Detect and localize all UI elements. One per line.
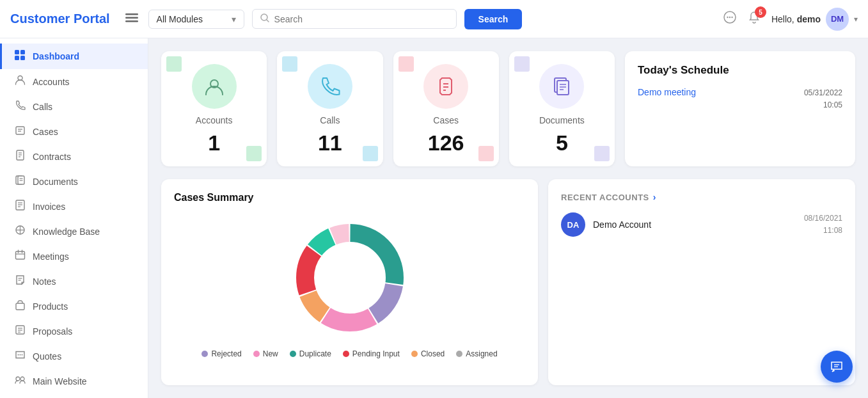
corner-decoration — [514, 56, 530, 72]
svg-rect-12 — [20, 56, 25, 60]
sidebar-item-dashboard[interactable]: Dashboard — [0, 44, 148, 69]
module-select-chevron-icon: ▾ — [232, 14, 236, 24]
documents-stat-icon — [539, 64, 584, 109]
stat-card-cases[interactable]: Cases 126 — [393, 51, 499, 166]
stat-card-calls[interactable]: Calls 11 — [277, 51, 383, 166]
cases-stat-icon — [423, 64, 468, 109]
sidebar-item-cases[interactable]: Cases — [0, 119, 148, 144]
accounts-icon — [13, 75, 26, 88]
account-name: Demo Account — [593, 219, 796, 230]
search-button[interactable]: Search — [464, 9, 523, 29]
chat-icon[interactable] — [723, 10, 737, 28]
legend-dot — [201, 351, 208, 357]
stat-value: 5 — [556, 132, 568, 154]
account-row[interactable]: DA Demo Account 08/16/202111:08 — [561, 212, 842, 237]
stats-cards: Accounts 1 Calls 11 Cases 126 Documents … — [161, 51, 615, 166]
search-icon — [260, 13, 269, 24]
svg-line-4 — [267, 20, 269, 22]
corner-decoration — [166, 56, 182, 72]
stat-card-accounts[interactable]: Accounts 1 — [161, 51, 267, 166]
legend-item-closed: Closed — [411, 349, 445, 358]
stat-label: Accounts — [196, 115, 233, 125]
contracts-icon — [13, 150, 26, 163]
main-content: Accounts 1 Calls 11 Cases 126 Documents … — [148, 38, 868, 398]
svg-rect-14 — [16, 127, 24, 134]
svg-rect-11 — [15, 56, 19, 60]
schedule-card: Today's Schedule Demo meeting 05/31/2022… — [625, 51, 855, 166]
sidebar-item-proposals[interactable]: Proposals — [0, 319, 148, 344]
stat-card-documents[interactable]: Documents 5 — [509, 51, 615, 166]
sidebar-item-label: Notes — [33, 276, 56, 287]
user-greeting: Hello, demo — [771, 14, 821, 24]
sidebar-item-label: Contracts — [33, 152, 71, 162]
calls-icon — [13, 100, 26, 113]
sidebar-item-label: Cases — [33, 127, 58, 137]
legend-label: Closed — [421, 349, 445, 358]
legend-item-rejected: Rejected — [201, 349, 241, 358]
legend-item-assigned: Assigned — [456, 349, 497, 358]
recent-accounts-arrow[interactable]: › — [653, 192, 656, 202]
stat-value: 11 — [318, 132, 342, 154]
legend-dot — [290, 351, 296, 357]
sidebar-item-main-website[interactable]: Main Website — [0, 369, 148, 394]
svg-rect-1 — [125, 17, 138, 19]
svg-rect-9 — [15, 50, 19, 54]
sidebar-toggle-button[interactable] — [123, 10, 141, 28]
bottom-row: Cases Summary RejectedNewDuplicatePendin… — [161, 179, 855, 385]
stat-label: Documents — [539, 115, 585, 125]
svg-rect-32 — [15, 251, 24, 259]
legend-label: Duplicate — [299, 349, 331, 358]
calls-stat-icon — [308, 64, 352, 109]
sidebar-item-knowledge-base[interactable]: Knowledge Base — [0, 219, 148, 244]
corner-decoration — [363, 146, 378, 161]
stat-value: 126 — [428, 132, 464, 154]
sidebar-item-invoices[interactable]: Invoices — [0, 194, 148, 219]
schedule-item-name[interactable]: Demo meeting — [638, 87, 696, 97]
corner-decoration — [246, 146, 262, 161]
proposals-icon — [13, 324, 26, 338]
legend-label: Assigned — [466, 349, 497, 358]
corner-decoration — [594, 146, 610, 161]
sidebar-item-accounts[interactable]: Accounts — [0, 69, 148, 94]
sidebar-item-quotes[interactable]: Quotes — [0, 344, 148, 369]
svg-rect-0 — [125, 13, 138, 15]
account-avatar: DA — [561, 212, 585, 237]
recent-accounts-card: RECENT Accounts › DA Demo Account 08/16/… — [548, 179, 855, 385]
sidebar-item-meetings[interactable]: Meetings — [0, 244, 148, 269]
stat-value: 1 — [208, 132, 220, 154]
sidebar-item-label: Documents — [33, 177, 78, 187]
avatar: DM — [826, 8, 849, 31]
search-bar — [252, 9, 457, 29]
legend-label: Rejected — [211, 349, 241, 358]
legend-label: New — [263, 349, 278, 358]
sidebar-item-label: Quotes — [33, 351, 61, 362]
svg-point-45 — [21, 354, 22, 356]
products-icon — [13, 299, 26, 313]
quotes-icon — [13, 349, 26, 363]
notification-bell-icon[interactable]: 5 — [747, 10, 761, 28]
search-input[interactable] — [274, 14, 448, 24]
user-menu[interactable]: Hello, demo DM ▾ — [771, 8, 858, 31]
cases-summary-title: Cases Summary — [174, 192, 525, 203]
chat-fab-button[interactable] — [821, 351, 853, 383]
dashboard-icon — [13, 49, 26, 63]
recent-accounts-title: RECENT Accounts — [561, 193, 649, 202]
legend-dot — [253, 351, 260, 357]
sidebar-item-notes[interactable]: Notes — [0, 269, 148, 294]
sidebar-item-calls[interactable]: Calls — [0, 94, 148, 119]
sidebar-item-label: Invoices — [33, 202, 65, 212]
knowledge-base-icon — [13, 225, 26, 238]
stat-label: Cases — [433, 115, 459, 125]
sidebar-item-label: Products — [33, 301, 68, 312]
svg-rect-53 — [557, 81, 569, 95]
sidebar-item-label: Dashboard — [33, 51, 79, 61]
legend-label: Pending Input — [352, 349, 400, 358]
svg-point-7 — [729, 17, 730, 18]
sidebar-item-products[interactable]: Products — [0, 294, 148, 319]
module-select-label: All Modules — [157, 14, 203, 24]
module-select[interactable]: All Modules ▾ — [148, 10, 244, 29]
sidebar-item-documents[interactable]: Documents — [0, 169, 148, 194]
sidebar-item-contracts[interactable]: Contracts — [0, 144, 148, 169]
legend-dot — [411, 351, 418, 357]
schedule-title: Today's Schedule — [638, 64, 842, 77]
